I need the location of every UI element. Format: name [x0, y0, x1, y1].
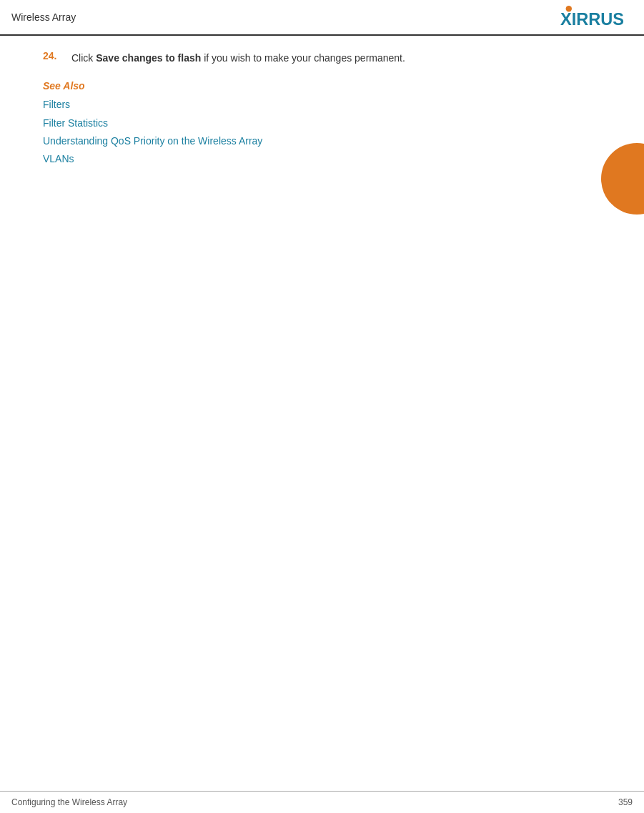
see-also-link-filter-statistics[interactable]: Filter Statistics [43, 114, 601, 132]
save-changes-bold: Save changes to flash [96, 52, 201, 64]
page-header: Wireless Array XIRRUS [0, 0, 644, 36]
footer-left-text: Configuring the Wireless Array [11, 797, 127, 807]
step-text: Click Save changes to flash if you wish … [71, 50, 405, 66]
page-footer: Configuring the Wireless Array 359 [0, 791, 644, 813]
step-24: 24. Click Save changes to flash if you w… [43, 50, 601, 66]
main-content: 24. Click Save changes to flash if you w… [0, 36, 644, 182]
see-also-link-qos[interactable]: Understanding QoS Priority on the Wirele… [43, 132, 601, 150]
see-also-link-vlans[interactable]: VLANs [43, 150, 601, 168]
step-number: 24. [43, 50, 71, 66]
header-title: Wireless Array [11, 11, 76, 23]
see-also-title: See Also [43, 80, 601, 92]
see-also-section: See Also Filters Filter Statistics Under… [43, 80, 601, 168]
logo-container: XIRRUS [560, 6, 633, 29]
see-also-link-filters[interactable]: Filters [43, 96, 601, 114]
xirrus-logo-icon: XIRRUS [560, 6, 633, 29]
footer-page-number: 359 [618, 797, 633, 807]
svg-text:XIRRUS: XIRRUS [560, 10, 624, 29]
